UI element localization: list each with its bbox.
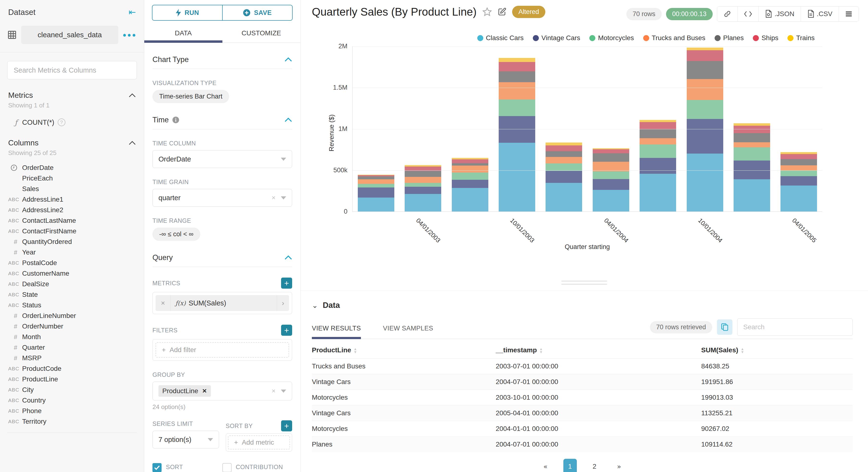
tab-view-results[interactable]: VIEW RESULTS — [312, 321, 361, 339]
remove-chip-icon[interactable]: ✕ — [202, 388, 207, 395]
sort-descending-option[interactable]: SORT DESCENDING — [152, 463, 222, 472]
dataset-options-icon[interactable]: ●●● — [123, 31, 137, 39]
pagination-prev-button[interactable]: « — [539, 463, 552, 471]
time-column-select[interactable]: OrderDate — [152, 150, 292, 168]
legend-item[interactable]: Planes — [715, 34, 744, 42]
column-item[interactable]: ABCProductLine — [8, 374, 144, 384]
bar-segment[interactable] — [734, 147, 770, 161]
column-item[interactable]: ABCCity — [8, 384, 144, 395]
sort-icon[interactable]: ▲▼ — [539, 347, 543, 354]
bar-segment[interactable] — [593, 179, 629, 190]
stacked-bar[interactable] — [358, 175, 394, 212]
stacked-bar[interactable] — [499, 58, 535, 212]
run-button[interactable]: RUN — [152, 5, 222, 21]
bar-segment[interactable] — [687, 61, 723, 79]
bar-segment[interactable] — [734, 126, 770, 133]
bar-segment[interactable] — [780, 170, 817, 176]
bar-segment[interactable] — [687, 119, 723, 154]
sort-icon[interactable]: ▲▼ — [353, 347, 357, 354]
bar-segment[interactable] — [593, 171, 629, 179]
legend-item[interactable]: Ships — [753, 34, 778, 42]
bar-segment[interactable] — [546, 183, 582, 212]
column-item[interactable]: ABCCountry — [8, 395, 144, 406]
bar-segment[interactable] — [593, 190, 629, 212]
tab-view-samples[interactable]: VIEW SAMPLES — [383, 321, 433, 339]
column-item[interactable]: ABCTerritory — [8, 416, 144, 427]
bar-segment[interactable] — [546, 171, 582, 183]
bar-segment[interactable] — [640, 129, 676, 138]
metric-item[interactable]: ƒ COUNT(*) ? — [8, 116, 144, 128]
column-item[interactable]: PriceEach — [8, 173, 144, 184]
collapse-sidebar-icon[interactable]: ⇤ — [129, 7, 136, 17]
add-filter-dropzone[interactable]: +Add filter — [156, 342, 289, 357]
bar-segment[interactable] — [358, 197, 394, 212]
column-item[interactable]: ABCProductCode — [8, 364, 144, 374]
bar-segment[interactable] — [734, 133, 770, 142]
bar-segment[interactable] — [546, 143, 582, 145]
bar-segment[interactable] — [780, 154, 817, 159]
bar-segment[interactable] — [734, 142, 770, 147]
bar-segment[interactable] — [499, 71, 535, 82]
bar-segment[interactable] — [640, 145, 676, 158]
column-item[interactable]: #OrderNumber — [8, 321, 144, 332]
data-panel-header[interactable]: ⌄ Data — [312, 301, 852, 310]
column-item[interactable]: ABCAddressLine2 — [8, 205, 144, 215]
stacked-bar[interactable] — [687, 48, 723, 212]
column-item[interactable]: ABCState — [8, 289, 144, 300]
group-by-select[interactable]: ProductLine✕ × — [152, 382, 292, 400]
column-item[interactable]: #Quarter — [8, 342, 144, 353]
bar-segment[interactable] — [499, 62, 535, 71]
bar-segment[interactable] — [640, 158, 676, 174]
column-item[interactable]: ABCContactLastName — [8, 215, 144, 226]
bar-segment[interactable] — [687, 79, 723, 100]
bar-segment[interactable] — [499, 116, 535, 143]
collapse-columns-icon[interactable] — [129, 141, 136, 145]
bar-segment[interactable] — [499, 99, 535, 116]
expand-metric-icon[interactable]: › — [277, 295, 289, 311]
bar-segment[interactable] — [640, 138, 676, 145]
collapse-metrics-icon[interactable] — [129, 93, 136, 98]
table-column-header[interactable]: ProductLine▲▼ — [312, 341, 496, 358]
column-item[interactable]: ABCPhone — [8, 406, 144, 416]
column-item[interactable]: #Year — [8, 247, 144, 258]
tab-data[interactable]: DATA — [144, 27, 222, 42]
panel-resize-handle[interactable] — [561, 281, 607, 287]
bar-segment[interactable] — [358, 187, 394, 197]
bar-segment[interactable] — [734, 179, 770, 212]
bar-segment[interactable] — [780, 186, 817, 212]
bar-segment[interactable] — [780, 159, 817, 165]
time-grain-select[interactable]: quarter × — [152, 189, 292, 207]
table-column-header[interactable]: SUM(Sales)▲▼ — [701, 341, 852, 358]
column-item[interactable]: ABCPostalCode — [8, 258, 144, 268]
bar-segment[interactable] — [452, 158, 488, 160]
stacked-bar[interactable] — [452, 158, 488, 212]
bar-segment[interactable] — [358, 184, 394, 187]
legend-item[interactable]: Classic Cars — [477, 34, 524, 42]
column-item[interactable]: ABCContactFirstName — [8, 226, 144, 237]
bar-segment[interactable] — [780, 165, 817, 170]
bar-segment[interactable] — [780, 176, 817, 186]
bar-segment[interactable] — [593, 162, 629, 171]
stacked-bar[interactable] — [640, 120, 676, 212]
stacked-bar[interactable] — [546, 143, 582, 212]
column-item[interactable]: ABCCustomerName — [8, 268, 144, 279]
bar-segment[interactable] — [405, 187, 441, 194]
bar-segment[interactable] — [593, 149, 629, 153]
bar-segment[interactable] — [358, 177, 394, 179]
add-metric-button[interactable]: + — [281, 278, 292, 289]
bar-segment[interactable] — [640, 120, 676, 122]
bar-segment[interactable] — [405, 183, 441, 187]
bar-segment[interactable] — [546, 157, 582, 164]
pagination-page-button[interactable]: 1 — [563, 459, 577, 472]
column-item[interactable]: #MSRP — [8, 353, 144, 364]
legend-item[interactable]: Trucks and Buses — [643, 34, 706, 42]
pagination-page-button[interactable]: 2 — [588, 463, 601, 470]
legend-item[interactable]: Trains — [787, 34, 815, 42]
clear-icon[interactable]: × — [272, 387, 276, 395]
collapse-query-icon[interactable] — [284, 255, 292, 260]
pagination-next-button[interactable]: » — [612, 463, 626, 471]
contribution-option[interactable]: CONTRIBUTION — [222, 463, 292, 472]
add-sort-metric-button[interactable]: + — [281, 420, 292, 431]
bar-segment[interactable] — [452, 165, 488, 172]
bar-segment[interactable] — [593, 153, 629, 162]
